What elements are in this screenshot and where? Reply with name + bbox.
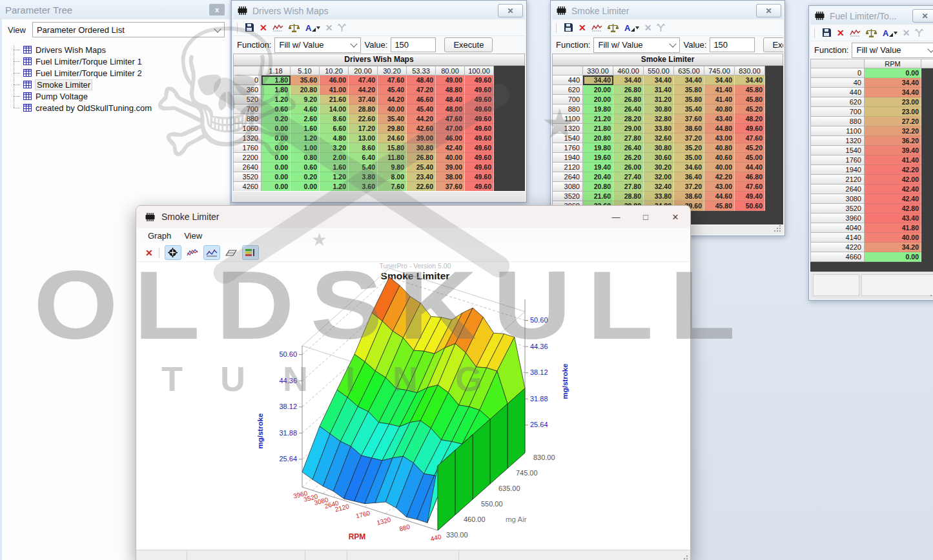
- col-header[interactable]: 460.00: [613, 66, 644, 75]
- cell[interactable]: 1.20: [320, 172, 349, 182]
- minimize-button[interactable]: —: [601, 206, 631, 228]
- cell[interactable]: 19.80: [583, 105, 613, 114]
- col-header[interactable]: 80.00: [436, 66, 465, 75]
- surface-plane-button[interactable]: [223, 246, 239, 259]
- row-label[interactable]: 440: [810, 88, 865, 97]
- cell[interactable]: 49.60: [465, 124, 494, 134]
- cell[interactable]: 8.00: [378, 172, 407, 182]
- cell[interactable]: 40.00: [704, 163, 735, 172]
- cell[interactable]: 20.00: [583, 85, 613, 95]
- row-label[interactable]: 4660: [810, 252, 865, 262]
- cell[interactable]: 49.60: [465, 143, 494, 153]
- tree-item[interactable]: Pump Voltage: [0, 90, 230, 102]
- cell[interactable]: 9.20: [291, 95, 320, 105]
- execute-button[interactable]: Execute: [444, 37, 493, 52]
- function-dropdown[interactable]: Fill w/ Value: [852, 43, 933, 58]
- col-header[interactable]: 5.10: [291, 66, 320, 75]
- close-button[interactable]: ✕: [756, 4, 781, 17]
- cell[interactable]: 28.80: [349, 105, 378, 114]
- col-header[interactable]: RPM: [865, 59, 921, 68]
- row-label[interactable]: 2120: [552, 163, 583, 172]
- resize-grip[interactable]: [779, 230, 781, 232]
- cell[interactable]: 35.80: [674, 85, 704, 95]
- cell[interactable]: 44.20: [378, 95, 407, 105]
- cell[interactable]: 20.80: [291, 85, 320, 95]
- titlebar[interactable]: Smoke Limiter ✕: [552, 2, 783, 19]
- maximize-button[interactable]: □: [631, 206, 661, 228]
- close-button[interactable]: ✕: [912, 9, 933, 23]
- cell[interactable]: 34.40: [644, 75, 674, 85]
- cell[interactable]: 5.40: [349, 163, 378, 172]
- col-header[interactable]: 100.00: [465, 66, 494, 75]
- cell[interactable]: 44.20: [349, 85, 378, 95]
- cell[interactable]: 31.20: [644, 95, 674, 105]
- cell[interactable]: 46.80: [735, 172, 765, 182]
- cell[interactable]: 34.60: [674, 163, 704, 172]
- row-label[interactable]: 2120: [810, 175, 865, 185]
- cell[interactable]: 41.40: [704, 85, 735, 95]
- line-chart-icon[interactable]: [850, 28, 861, 37]
- row-label[interactable]: 2200: [233, 153, 261, 163]
- cell[interactable]: 2.00: [320, 153, 349, 163]
- cell[interactable]: 43.00: [704, 134, 735, 143]
- cell[interactable]: 6.40: [349, 153, 378, 163]
- cell[interactable]: 0.00: [865, 252, 921, 262]
- cell[interactable]: 43.40: [865, 214, 921, 223]
- col-header[interactable]: mg/stroke: [921, 59, 933, 68]
- cell[interactable]: 20.40: [583, 172, 613, 182]
- cell[interactable]: 3.60: [349, 182, 378, 191]
- cell[interactable]: 1.20: [261, 95, 291, 105]
- tree-item[interactable]: Fuel Limiter/Torque Limiter 1: [0, 55, 230, 67]
- pan-mode-button[interactable]: [165, 245, 181, 260]
- view-dropdown[interactable]: Parameter Ordered List: [32, 22, 225, 37]
- row-label[interactable]: 4220: [810, 243, 865, 252]
- function-dropdown[interactable]: Fill w/ Value: [593, 37, 680, 53]
- cell[interactable]: 4.60: [291, 105, 320, 114]
- cell[interactable]: 27.40: [613, 172, 644, 182]
- cell[interactable]: 49.60: [465, 172, 494, 182]
- col-header[interactable]: 53.33: [407, 66, 436, 75]
- cell[interactable]: 47.00: [436, 124, 465, 134]
- cell[interactable]: 1.80: [261, 85, 291, 95]
- row-label[interactable]: 1100: [552, 114, 583, 124]
- scales-icon[interactable]: [608, 23, 619, 32]
- cell[interactable]: 34.20: [865, 243, 921, 252]
- col-header[interactable]: 745.00: [704, 66, 735, 75]
- close-button[interactable]: ✕: [661, 206, 690, 228]
- cell[interactable]: 47.20: [407, 85, 436, 95]
- cell[interactable]: 44.60: [704, 192, 735, 201]
- cell[interactable]: 20.80: [583, 134, 613, 143]
- row-label[interactable]: 4140: [810, 233, 865, 243]
- axis-scale-dropdown-icon[interactable]: A: [882, 28, 897, 37]
- cell[interactable]: 26.80: [613, 95, 644, 105]
- cell[interactable]: 27.80: [613, 134, 644, 143]
- cell[interactable]: 49.60: [465, 105, 494, 114]
- cell[interactable]: 45.80: [735, 95, 765, 105]
- function-dropdown[interactable]: Fill w/ Value: [274, 37, 361, 53]
- cell[interactable]: 37.60: [436, 182, 465, 191]
- cell[interactable]: 48.40: [407, 75, 436, 85]
- cell[interactable]: 41.40: [704, 95, 735, 105]
- save-icon[interactable]: [564, 23, 573, 32]
- cell[interactable]: 46.60: [407, 95, 436, 105]
- cell[interactable]: 35.20: [674, 143, 704, 153]
- cell[interactable]: 37.20: [674, 182, 704, 192]
- row-label[interactable]: 1320: [810, 136, 865, 146]
- cell[interactable]: 47.60: [378, 75, 407, 85]
- cell[interactable]: 0.00: [261, 163, 291, 172]
- scales-icon[interactable]: [289, 23, 300, 32]
- cell[interactable]: 11.80: [378, 153, 407, 163]
- cell[interactable]: 30.20: [644, 163, 674, 172]
- value-input[interactable]: 150: [391, 37, 436, 52]
- cell[interactable]: 13.00: [349, 134, 378, 143]
- cell[interactable]: 49.60: [465, 95, 494, 105]
- cell[interactable]: 1.00: [291, 143, 320, 153]
- cell[interactable]: 45.20: [735, 143, 765, 153]
- cell[interactable]: 42.60: [407, 124, 436, 134]
- row-label[interactable]: 1100: [810, 126, 865, 136]
- cell[interactable]: 26.80: [407, 153, 436, 163]
- cell[interactable]: 49.60: [465, 75, 494, 85]
- delete-icon[interactable]: ✕: [579, 23, 586, 32]
- cell[interactable]: 0.00: [261, 124, 291, 134]
- cell[interactable]: 35.80: [674, 95, 704, 105]
